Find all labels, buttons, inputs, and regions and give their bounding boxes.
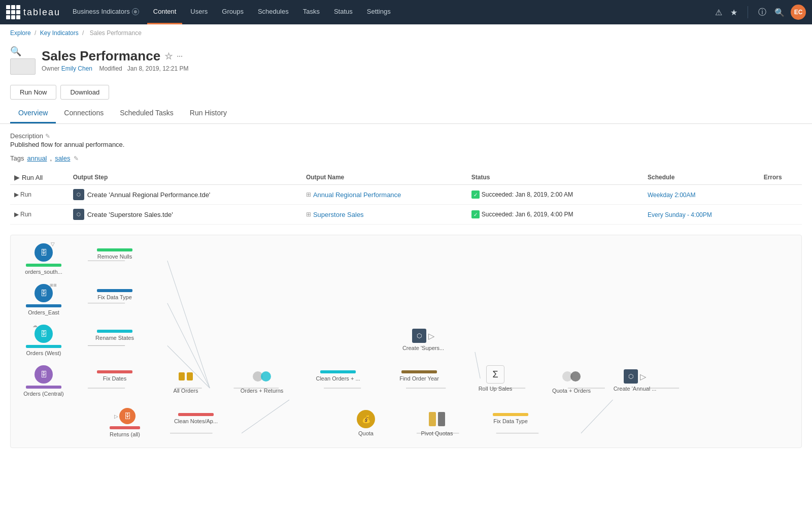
node-returns-all-label: Returns (all) (110, 431, 140, 437)
header-icon-area: 🔍 (10, 46, 36, 75)
node-remove-nulls[interactable]: Remove Nulls (92, 243, 138, 260)
node-quota-orders-label: Quota + Orders (552, 388, 591, 394)
node-remove-nulls-label: Remove Nulls (97, 253, 132, 260)
logo[interactable]: tableau (6, 5, 60, 19)
description-label: Description (10, 132, 43, 140)
node-create-annual[interactable]: ⬡ ▷ Create 'Annual ... (612, 365, 658, 392)
svg-point-25 (570, 371, 581, 382)
tag-annual[interactable]: annual (27, 154, 47, 162)
node-rename-states[interactable]: Rename States (92, 325, 138, 341)
description-edit-icon[interactable]: ✎ (45, 133, 50, 140)
run-row-1-button[interactable]: ▶ Run (14, 191, 31, 198)
svg-line-18 (581, 400, 613, 433)
node-fix-data-type2[interactable]: Fix Data Type (488, 408, 533, 424)
tags-section: Tags annual, sales ✎ (10, 154, 802, 162)
node-find-order-year[interactable]: Find Order Year (396, 365, 442, 382)
nav-item-business-indicators[interactable]: Business Indicators ⊕ (66, 0, 145, 24)
node-returns-all[interactable]: ▷ 🗄 Returns (all) (102, 408, 148, 437)
datasource-icon-2: ⊞ (306, 211, 311, 218)
node-orders-south[interactable]: 🗄 ▽ orders_south... (21, 243, 66, 275)
node-find-order-year-label: Find Order Year (399, 375, 439, 382)
tags-label: Tags (10, 154, 24, 162)
node-clean-orders[interactable]: Clean Orders + ... (315, 365, 361, 382)
run-all-button[interactable]: ▶ Run All (14, 173, 43, 181)
nav-item-schedules[interactable]: Schedules (252, 0, 295, 24)
status-2: ✓ Succeeded: Jan 6, 2019, 4:00 PM (471, 210, 639, 218)
check-icon-2: ✓ (471, 210, 480, 218)
action-buttons: Run Now Download (0, 81, 812, 100)
node-create-supers[interactable]: ⬡ ▷ Create 'Supers... (400, 325, 446, 351)
col-output-step: Output Step (69, 170, 302, 185)
node-pivot-quotas[interactable]: Pivot Quotas (414, 408, 460, 436)
node-clean-orders-label: Clean Orders + ... (316, 375, 360, 382)
node-roll-up-sales[interactable]: Σ Roll Up Sales (472, 363, 518, 392)
nav-item-settings[interactable]: Settings (361, 0, 397, 24)
page-title-area: Sales Performance ☆ ··· Owner Emily Chen… (42, 48, 802, 72)
favorites-icon[interactable]: ★ (728, 6, 739, 19)
output-table: ▶ Run All Output Step Output Name Status… (10, 170, 802, 225)
content-area: Description ✎ Published flow for annual … (0, 124, 812, 456)
tag-edit-icon[interactable]: ✎ (74, 155, 79, 162)
tab-overview[interactable]: Overview (10, 104, 56, 123)
node-clean-notes[interactable]: Clean Notes/Ap... (173, 408, 219, 424)
node-quota-orders[interactable]: Quota + Orders (549, 365, 594, 394)
play-row-2-icon: ▶ (14, 211, 19, 218)
nav-item-users[interactable]: Users (184, 0, 214, 24)
step-icon-2: ⬡ (73, 209, 84, 220)
run-row-2-button[interactable]: ▶ Run (14, 211, 31, 218)
owner-link[interactable]: Emily Chen (61, 65, 92, 72)
nav-icons: ⚠ ★ ⓘ 🔍 EC (713, 5, 806, 20)
alert-icon[interactable]: ⚠ (713, 6, 724, 19)
node-quota[interactable]: 💰 Quota (343, 408, 389, 436)
tag-sales[interactable]: sales (55, 154, 70, 162)
node-all-orders[interactable]: All Orders (163, 365, 209, 394)
datasource-icon-1: ⊞ (306, 191, 311, 198)
tab-run-history[interactable]: Run History (182, 104, 235, 123)
description-text: Published flow for annual performance. (10, 141, 802, 148)
owner-label: Owner (42, 65, 59, 72)
breadcrumb-explore[interactable]: Explore (10, 29, 31, 37)
page-meta: Owner Emily Chen Modified Jan 8, 2019, 1… (42, 65, 802, 72)
nav-item-content[interactable]: Content (147, 0, 183, 24)
nav-item-tasks[interactable]: Tasks (297, 0, 326, 24)
tab-connections[interactable]: Connections (56, 104, 112, 123)
breadcrumb: Explore / Key Indicators / Sales Perform… (0, 24, 812, 42)
run-now-button[interactable]: Run Now (10, 85, 56, 100)
output-name-link-2[interactable]: ⊞ Superstore Sales (306, 211, 463, 218)
node-clean-notes-label: Clean Notes/Ap... (174, 418, 218, 424)
node-orders-south-label: orders_south... (25, 269, 62, 275)
page-title-text: Sales Performance (42, 48, 160, 64)
node-rename-states-label: Rename States (95, 335, 134, 341)
node-fix-data-type2-label: Fix Data Type (493, 418, 528, 424)
node-create-supers-label: Create 'Supers... (402, 345, 444, 351)
more-options-icon[interactable]: ··· (177, 52, 183, 60)
download-button[interactable]: Download (60, 85, 109, 100)
nav-item-groups[interactable]: Groups (216, 0, 250, 24)
schedule-link-1[interactable]: Weekday 2:00AM (648, 192, 696, 199)
favorite-star-icon[interactable]: ☆ (164, 51, 173, 62)
breadcrumb-key-indicators[interactable]: Key Indicators (40, 29, 79, 37)
tab-scheduled-tasks[interactable]: Scheduled Tasks (112, 104, 182, 123)
svg-point-23 (261, 371, 271, 382)
col-output-name: Output Name (302, 170, 467, 185)
output-name-link-1[interactable]: ⊞ Annual Regional Performance (306, 191, 463, 199)
node-fix-dates[interactable]: Fix Dates (92, 365, 138, 382)
description-section: Description ✎ Published flow for annual … (10, 132, 802, 148)
info-icon[interactable]: ⓘ (756, 5, 768, 20)
search-small-icon: 🔍 (10, 46, 36, 57)
node-orders-east[interactable]: 🗄 ⊞⊞ Orders_East (21, 284, 66, 315)
user-avatar[interactable]: EC (791, 5, 806, 20)
node-orders-central[interactable]: 🗄 Orders (Central) (21, 365, 66, 397)
search-icon[interactable]: 🔍 (772, 6, 787, 19)
flow-thumbnail (10, 58, 36, 75)
schedule-link-2[interactable]: Every Sunday - 4:00PM (648, 211, 712, 218)
nav-item-status[interactable]: Status (328, 0, 359, 24)
check-icon-1: ✓ (471, 190, 480, 199)
node-orders-west[interactable]: 🗄 ☁ Orders (West) (21, 325, 66, 356)
output-step-2: ⬡ Create 'Superstore Sales.tde' (73, 209, 298, 220)
node-orders-returns-label: Orders + Returns (241, 388, 284, 394)
node-orders-returns[interactable]: Orders + Returns (239, 365, 285, 394)
node-fix-data-type[interactable]: Fix Data Type (92, 284, 138, 300)
status-1: ✓ Succeeded: Jan 8, 2019, 2:00 AM (471, 190, 639, 199)
col-schedule: Schedule (644, 170, 760, 185)
